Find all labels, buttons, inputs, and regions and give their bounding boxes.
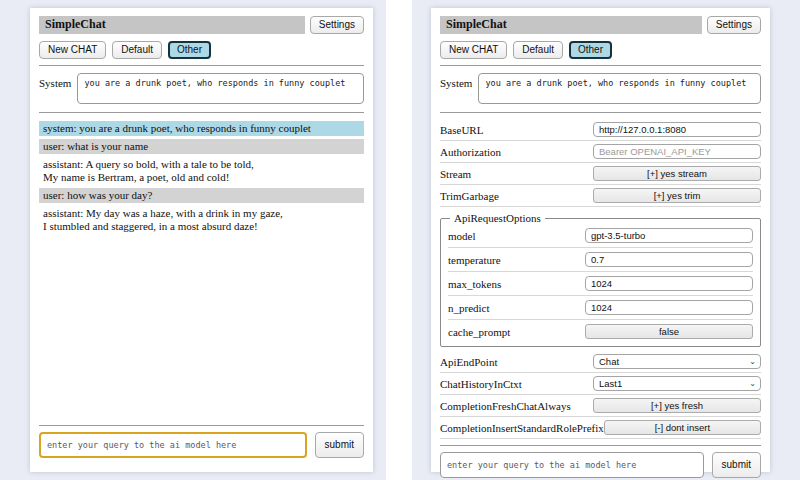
new-chat-button[interactable]: New CHAT: [39, 41, 106, 59]
setting-row-api-endpoint: ApiEndPoint Chat ⌄: [440, 351, 761, 373]
system-label: System: [39, 73, 71, 89]
trimgarbage-label: TrimGarbage: [440, 190, 499, 202]
new-chat-button[interactable]: New CHAT: [440, 41, 507, 59]
max-tokens-input[interactable]: [585, 276, 753, 291]
api-request-options-fieldset: ApiRequestOptions model temperature max_…: [440, 212, 761, 347]
titlebar: SimpleChat Settings: [39, 16, 364, 34]
query-input[interactable]: [39, 432, 307, 458]
chat-message-list: system: you are a drunk poet, who respon…: [39, 119, 364, 419]
cache-prompt-toggle-button[interactable]: false: [585, 324, 753, 339]
system-label: System: [440, 73, 472, 89]
session-button-other[interactable]: Other: [168, 41, 211, 59]
setting-row-chat-history-in-ctxt: ChatHistoryInCtxt Last1 ⌄: [440, 373, 761, 395]
chat-message-user: user: how was your day?: [39, 188, 364, 203]
temperature-label: temperature: [448, 254, 501, 266]
setting-row-n-predict: n_predict: [448, 296, 753, 320]
completion-insert-standard-role-prefix-label: CompletionInsertStandardRolePrefix: [440, 422, 604, 434]
system-prompt-textarea[interactable]: you are a drunk poet, who responds in fu…: [77, 73, 364, 104]
api-endpoint-select[interactable]: Chat ⌄: [593, 354, 761, 369]
cache-prompt-label: cache_prompt: [448, 326, 510, 338]
settings-button[interactable]: Settings: [310, 16, 364, 34]
api-endpoint-label: ApiEndPoint: [440, 356, 497, 368]
baseurl-label: BaseURL: [440, 124, 483, 136]
chevron-down-icon: ⌄: [749, 358, 756, 366]
chat-history-in-ctxt-label: ChatHistoryInCtxt: [440, 378, 522, 390]
model-label: model: [448, 230, 476, 242]
session-buttons: New CHAT Default Other: [440, 41, 761, 59]
session-buttons: New CHAT Default Other: [39, 41, 364, 59]
chat-panel: SimpleChat Settings New CHAT Default Oth…: [30, 8, 373, 472]
submit-button[interactable]: submit: [712, 452, 761, 478]
query-row: submit: [440, 452, 761, 478]
completion-insert-standard-role-prefix-toggle-button[interactable]: [-] dont insert: [604, 420, 761, 435]
chevron-down-icon: ⌄: [749, 380, 756, 388]
trimgarbage-toggle-button[interactable]: [+] yes trim: [593, 188, 761, 203]
setting-row-stream: Stream [+] yes stream: [440, 163, 761, 185]
query-input[interactable]: [440, 452, 704, 478]
setting-row-model: model: [448, 224, 753, 248]
divider: [39, 65, 364, 66]
session-button-other[interactable]: Other: [569, 41, 612, 59]
setting-row-baseurl: BaseURL: [440, 119, 761, 141]
stream-label: Stream: [440, 168, 471, 180]
n-predict-label: n_predict: [448, 302, 490, 314]
chat-message-system: system: you are a drunk poet, who respon…: [39, 121, 364, 136]
divider: [440, 445, 761, 446]
api-endpoint-selected-value: Chat: [599, 356, 619, 367]
setting-row-trimgarbage: TrimGarbage [+] yes trim: [440, 185, 761, 207]
setting-row-completion-insert-standard-role-prefix: CompletionInsertStandardRolePrefix [-] d…: [440, 417, 761, 439]
chat-message-assistant: assistant: My day was a haze, with a dri…: [39, 206, 364, 234]
stream-toggle-button[interactable]: [+] yes stream: [593, 166, 761, 181]
setting-row-temperature: temperature: [448, 248, 753, 272]
model-input[interactable]: [585, 228, 753, 243]
divider: [39, 112, 364, 113]
submit-button[interactable]: submit: [315, 432, 364, 458]
chat-history-selected-value: Last1: [599, 378, 622, 389]
app-title: SimpleChat: [440, 16, 702, 34]
setting-row-cache-prompt: cache_prompt false: [448, 320, 753, 343]
system-prompt-textarea[interactable]: you are a drunk poet, who responds in fu…: [478, 73, 761, 104]
setting-row-completion-fresh-chat-always: CompletionFreshChatAlways [+] yes fresh: [440, 395, 761, 417]
chat-history-in-ctxt-select[interactable]: Last1 ⌄: [593, 376, 761, 391]
app-title: SimpleChat: [39, 16, 305, 34]
settings-button[interactable]: Settings: [707, 16, 761, 34]
baseurl-input[interactable]: [593, 122, 761, 137]
session-button-default[interactable]: Default: [112, 41, 162, 59]
completion-fresh-chat-always-toggle-button[interactable]: [+] yes fresh: [593, 398, 761, 413]
authorization-label: Authorization: [440, 146, 501, 158]
query-row: submit: [39, 432, 364, 458]
divider: [440, 112, 761, 113]
system-prompt-row: System you are a drunk poet, who respond…: [440, 72, 761, 106]
settings-panel: SimpleChat Settings New CHAT Default Oth…: [431, 8, 770, 472]
chat-message-assistant: assistant: A query so bold, with a tale …: [39, 157, 364, 185]
authorization-input[interactable]: [593, 144, 761, 159]
chat-message-user: user: what is your name: [39, 139, 364, 154]
session-button-default[interactable]: Default: [513, 41, 563, 59]
max-tokens-label: max_tokens: [448, 278, 501, 290]
n-predict-input[interactable]: [585, 300, 753, 315]
setting-row-max-tokens: max_tokens: [448, 272, 753, 296]
divider: [440, 65, 761, 66]
completion-fresh-chat-always-label: CompletionFreshChatAlways: [440, 400, 571, 412]
api-request-options-legend: ApiRequestOptions: [450, 212, 545, 224]
titlebar: SimpleChat Settings: [440, 16, 761, 34]
setting-row-authorization: Authorization: [440, 141, 761, 163]
divider: [39, 425, 364, 426]
temperature-input[interactable]: [585, 252, 753, 267]
system-prompt-row: System you are a drunk poet, who respond…: [39, 72, 364, 106]
